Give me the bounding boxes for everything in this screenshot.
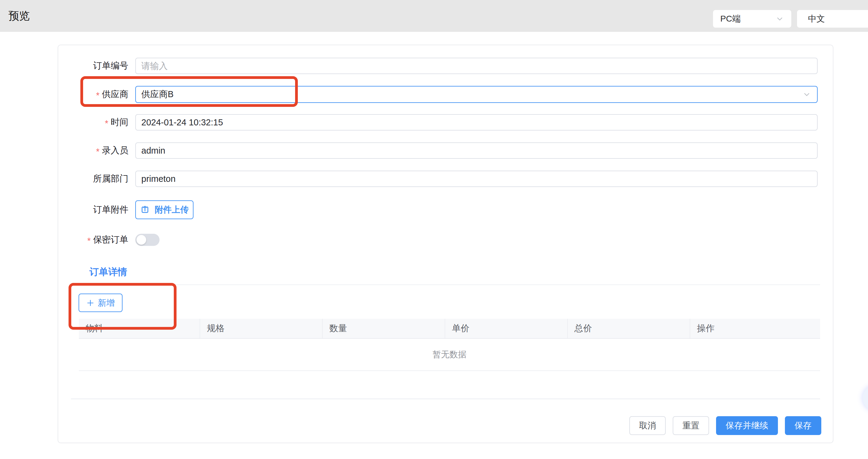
upload-icon — [140, 205, 150, 214]
upload-button-label: 附件上传 — [155, 204, 189, 216]
footer-actions: 取消 重置 保存并继续 保存 — [629, 416, 821, 435]
toggle-knob — [136, 235, 146, 245]
department-input[interactable] — [135, 171, 818, 187]
form-row-time: * 时间 — [58, 114, 829, 131]
form-row-operator: * 录入员 — [58, 142, 829, 159]
detail-section-title: 订单详情 — [90, 266, 127, 278]
form-row-department: 所属部门 — [58, 171, 829, 187]
order-no-label: 订单编号 — [58, 58, 128, 74]
column-header-total-price: 总价 — [568, 319, 690, 338]
operator-label: * 录入员 — [58, 142, 128, 159]
form-row-confidential: * 保密订单 — [58, 234, 829, 246]
required-asterisk: * — [105, 118, 108, 128]
order-no-input[interactable] — [135, 58, 818, 74]
required-asterisk: * — [96, 90, 99, 101]
form-row-order-no: 订单编号 — [58, 58, 829, 74]
reset-button[interactable]: 重置 — [673, 416, 709, 435]
add-button[interactable]: 新增 — [79, 293, 123, 312]
plus-icon — [87, 299, 94, 307]
page-title: 预览 — [8, 0, 30, 32]
save-button[interactable]: 保存 — [785, 416, 821, 435]
time-label: * 时间 — [58, 114, 128, 131]
time-input[interactable] — [135, 114, 818, 131]
language-select[interactable]: 中文 — [797, 10, 868, 28]
attachment-label: 订单附件 — [58, 200, 128, 219]
column-header-quantity: 数量 — [323, 319, 445, 338]
supplier-select[interactable]: 供应商B — [135, 86, 818, 103]
supplier-label: * 供应商 — [58, 86, 128, 103]
device-select[interactable]: PC端 — [713, 10, 791, 28]
department-label: 所属部门 — [58, 171, 128, 187]
column-header-spec: 规格 — [200, 319, 323, 338]
required-asterisk: * — [96, 147, 99, 156]
chevron-down-icon — [803, 90, 811, 99]
column-header-unit-price: 单价 — [445, 319, 568, 338]
detail-table: 物料 规格 数量 单价 总价 操作 暂无数据 — [79, 319, 820, 371]
supplier-select-value: 供应商B — [141, 88, 174, 101]
detail-table-header: 物料 规格 数量 单价 总价 操作 — [79, 319, 820, 339]
operator-input[interactable] — [135, 142, 818, 159]
column-header-material: 物料 — [79, 319, 200, 338]
form-row-attachment: 订单附件 附件上传 — [58, 200, 829, 219]
confidential-label: * 保密订单 — [58, 234, 128, 246]
cancel-button[interactable]: 取消 — [629, 416, 666, 435]
section-divider — [71, 284, 820, 285]
assistant-floating-button[interactable] — [863, 385, 868, 411]
save-continue-button[interactable]: 保存并继续 — [716, 416, 778, 435]
topbar: 预览 PC端 中文 — [0, 0, 868, 32]
order-form-card: 订单编号 * 供应商 供应商B * 时间 — [58, 45, 833, 443]
chevron-down-icon — [775, 15, 784, 23]
confidential-toggle[interactable] — [135, 234, 159, 246]
table-empty-placeholder: 暂无数据 — [79, 339, 820, 371]
device-select-value: PC端 — [720, 13, 741, 25]
form-row-supplier: * 供应商 供应商B — [58, 86, 829, 103]
column-header-actions: 操作 — [690, 319, 820, 338]
add-button-label: 新增 — [98, 297, 115, 309]
attachment-upload-button[interactable]: 附件上传 — [135, 200, 193, 219]
footer-divider — [71, 399, 820, 399]
language-select-value: 中文 — [808, 13, 825, 25]
required-asterisk: * — [87, 236, 91, 246]
